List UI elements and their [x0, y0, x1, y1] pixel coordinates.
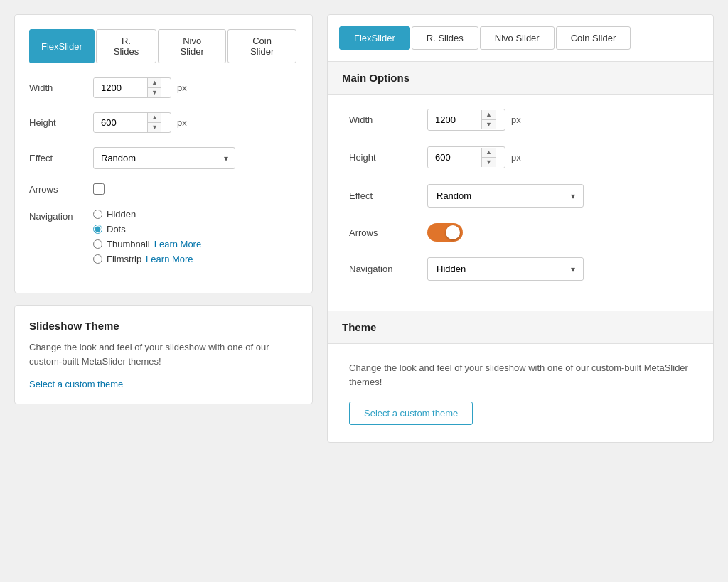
theme-section-body: Change the look and feel of your slidesh… [328, 344, 713, 442]
theme-section-header: Theme [328, 311, 713, 344]
right-card: FlexSlider R. Slides Nivo Slider Coin Sl… [327, 14, 714, 443]
left-form: Width ▲ ▼ px Height ▲ ▼ [29, 63, 298, 264]
height-spinners: ▲ ▼ [147, 113, 161, 132]
width-up-btn[interactable]: ▲ [148, 78, 161, 88]
nav-hidden-label: Hidden [107, 209, 136, 220]
nav-dots-radio[interactable] [93, 225, 102, 234]
right-width-row: Width ▲ ▼ px [349, 109, 692, 131]
right-height-spinners: ▲ ▼ [481, 148, 496, 167]
right-width-input[interactable] [428, 109, 481, 130]
right-height-label: Height [349, 152, 427, 163]
height-input[interactable] [94, 113, 147, 132]
right-navigation-label: Navigation [349, 264, 427, 274]
arrows-label: Arrows [29, 184, 93, 195]
navigation-row: Navigation Hidden Dots Thumbnail Learn M… [29, 209, 298, 264]
left-settings-card: FlexSlider R. Slides Nivo Slider Coin Sl… [14, 14, 313, 293]
select-custom-theme-btn[interactable]: Select a custom theme [349, 402, 473, 425]
right-effect-label: Effect [349, 190, 427, 201]
nav-filmstrip-option[interactable]: Filmstrip Learn More [93, 254, 201, 264]
right-navigation-row: Navigation Hidden [349, 257, 692, 281]
width-label: Width [29, 82, 93, 93]
right-effect-row: Effect Random [349, 184, 692, 208]
right-tab-flexslider[interactable]: FlexSlider [339, 26, 410, 50]
left-tab-coinslider[interactable]: Coin Slider [228, 29, 296, 63]
right-height-up-btn[interactable]: ▲ [482, 148, 496, 158]
navigation-options: Hidden Dots Thumbnail Learn More Filmstr… [93, 209, 201, 264]
right-tab-nivoslider[interactable]: Nivo Slider [480, 26, 555, 50]
height-down-btn[interactable]: ▼ [148, 123, 161, 132]
left-panel: FlexSlider R. Slides Nivo Slider Coin Sl… [14, 14, 313, 568]
right-width-input-wrapper: ▲ ▼ [427, 109, 505, 131]
right-tab-rslides[interactable]: R. Slides [412, 26, 478, 50]
width-input-wrapper: ▲ ▼ [93, 77, 171, 98]
right-effect-select[interactable]: Random [427, 184, 584, 208]
right-height-input-wrapper: ▲ ▼ [427, 146, 505, 168]
height-input-wrapper: ▲ ▼ [93, 112, 171, 133]
effect-select[interactable]: Random [93, 147, 235, 169]
right-navigation-select-wrapper: Hidden [427, 257, 584, 281]
thumbnail-learn-more-link[interactable]: Learn More [154, 239, 201, 249]
right-panel: FlexSlider R. Slides Nivo Slider Coin Sl… [327, 14, 714, 568]
slideshow-theme-card: Slideshow Theme Change the look and feel… [14, 305, 313, 404]
left-tab-rslides[interactable]: R. Slides [96, 29, 156, 63]
arrows-toggle-slider [427, 223, 463, 242]
arrows-row: Arrows [29, 183, 298, 195]
left-tab-flexslider[interactable]: FlexSlider [29, 29, 95, 63]
navigation-label: Navigation [29, 209, 93, 222]
filmstrip-learn-more-link[interactable]: Learn More [146, 254, 193, 264]
right-effect-select-wrapper: Random [427, 184, 584, 208]
right-arrows-row: Arrows [349, 223, 692, 242]
slideshow-theme-desc: Change the look and feel of your slidesh… [29, 340, 298, 368]
width-down-btn[interactable]: ▼ [148, 88, 161, 97]
right-width-up-btn[interactable]: ▲ [482, 110, 496, 120]
nav-filmstrip-radio[interactable] [93, 254, 102, 264]
nav-dots-option[interactable]: Dots [93, 224, 201, 235]
right-height-row: Height ▲ ▼ px [349, 146, 692, 168]
left-tabs: FlexSlider R. Slides Nivo Slider Coin Sl… [29, 29, 298, 63]
effect-row: Effect Random [29, 147, 298, 169]
select-custom-theme-link-left[interactable]: Select a custom theme [29, 379, 123, 389]
right-tabs: FlexSlider R. Slides Nivo Slider Coin Sl… [328, 15, 713, 50]
effect-select-wrapper: Random [93, 147, 235, 169]
nav-hidden-radio[interactable] [93, 210, 102, 219]
right-width-spinners: ▲ ▼ [481, 110, 496, 129]
right-height-unit: px [511, 152, 521, 163]
width-row: Width ▲ ▼ px [29, 77, 298, 98]
height-up-btn[interactable]: ▲ [148, 113, 161, 123]
slideshow-theme-title: Slideshow Theme [29, 320, 298, 332]
nav-dots-label: Dots [107, 224, 126, 235]
nav-hidden-option[interactable]: Hidden [93, 209, 201, 220]
arrows-checkbox[interactable] [93, 183, 105, 195]
right-width-unit: px [511, 114, 521, 125]
right-width-label: Width [349, 114, 427, 125]
nav-thumbnail-label: Thumbnail [107, 239, 150, 249]
main-options-header: Main Options [328, 61, 713, 95]
height-label: Height [29, 117, 93, 128]
left-tab-nivoslider[interactable]: Nivo Slider [158, 29, 226, 63]
theme-section-desc: Change the look and feel of your slidesh… [349, 361, 692, 389]
arrows-toggle[interactable] [427, 223, 463, 242]
height-unit: px [177, 117, 187, 128]
nav-thumbnail-option[interactable]: Thumbnail Learn More [93, 239, 201, 249]
height-row: Height ▲ ▼ px [29, 112, 298, 133]
width-spinners: ▲ ▼ [147, 78, 161, 97]
right-width-down-btn[interactable]: ▼ [482, 120, 496, 129]
right-height-input[interactable] [428, 147, 481, 168]
right-arrows-label: Arrows [349, 227, 427, 238]
nav-filmstrip-label: Filmstrip [107, 254, 141, 264]
effect-label: Effect [29, 153, 93, 163]
right-tab-coinslider[interactable]: Coin Slider [556, 26, 631, 50]
width-unit: px [177, 82, 187, 93]
right-height-down-btn[interactable]: ▼ [482, 158, 496, 167]
nav-thumbnail-radio[interactable] [93, 239, 102, 249]
width-input[interactable] [94, 78, 147, 97]
right-navigation-select[interactable]: Hidden [427, 257, 584, 281]
main-options-body: Width ▲ ▼ px Height ▲ ▼ [328, 95, 713, 311]
